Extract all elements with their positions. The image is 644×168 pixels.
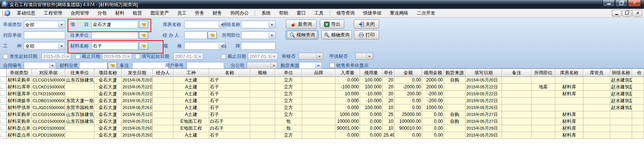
menu-item[interactable]: 财务 [208,9,226,18]
project-picker-button[interactable] [139,21,148,28]
grid-cell[interactable] [502,132,532,139]
grid-cell[interactable] [583,91,610,98]
grid-cell[interactable]: 0.00 [395,104,422,111]
grid-cell[interactable] [250,118,275,125]
grid-cell[interactable] [532,77,555,84]
grid-cell[interactable]: 2015年05月29日 [466,132,502,139]
grid-cell[interactable]: 自购 [444,77,466,84]
column-header[interactable]: 经办人 [153,69,173,77]
grid-cell[interactable] [632,98,644,104]
grid-cell[interactable]: 金石大厦 [94,118,122,125]
grid-cell[interactable]: 2000.00 [422,77,444,84]
occur-end-checkbox[interactable] [75,54,80,59]
grid-cell[interactable] [532,118,555,125]
column-header[interactable]: 库房名称 [555,69,583,77]
grid-cell[interactable]: 白石子 [209,125,250,132]
menu-item[interactable]: 工具 [310,9,328,18]
grid-cell[interactable] [632,111,644,118]
grid-cell[interactable]: E地面工程 [173,125,209,132]
grid-cell[interactable] [302,77,335,84]
grid-cell[interactable]: A土建 [173,111,209,118]
grid-cell[interactable]: 2015年05月26日 [122,104,153,111]
export-button[interactable]: 导出 [320,20,344,29]
grid-cell[interactable] [502,111,532,118]
fill-start-checkbox[interactable] [135,54,140,59]
grid-cell[interactable]: 材料库 [555,84,583,91]
menu-item[interactable]: 协同办公 [226,9,253,18]
grid-cell[interactable]: CLJGD150000001 [32,104,65,111]
grid-cell[interactable]: 2015年05月29日 [122,132,153,139]
occur-end-date-select[interactable]: 2015-05-29 [102,53,132,60]
fill-end-checkbox[interactable] [221,54,226,59]
grid-cell[interactable]: 2015年05月29日 [466,125,502,132]
grid-cell[interactable]: 东营市国税局 [65,104,94,111]
grid-cell[interactable]: 山东百脉建筑工程 [65,118,94,125]
mdi-minimize-button[interactable] [612,10,621,16]
grid-cell[interactable]: -200.00 [422,98,444,104]
grid-cell[interactable]: 石子 [209,104,250,111]
grid-cell[interactable]: 20 [383,91,395,98]
grid-cell[interactable]: CLPDD150000001 [32,125,65,132]
grid-cell[interactable]: 25.49 [383,132,395,139]
grid-cell[interactable] [583,84,610,91]
row-selector[interactable] [0,77,7,84]
grid-cell[interactable]: 10 [383,118,395,125]
grid-cell[interactable]: 赵水建筑队 [610,98,632,104]
fill-end-date-select[interactable]: 2007-01-31 [248,53,278,60]
column-header[interactable]: 单据类型 [7,69,32,77]
column-header[interactable]: 入库量 [335,69,360,77]
grid-cell[interactable] [532,111,555,118]
grid-cell[interactable]: 0.000 [360,118,383,125]
grid-cell[interactable] [250,91,275,98]
grid-cell[interactable]: 材料采购单 [7,77,32,84]
grid-cell[interactable]: 立方 [275,91,302,98]
grid-cell[interactable] [583,118,610,125]
grid-cell[interactable]: 石子 [209,84,250,91]
menu-item[interactable]: 材料 [111,9,129,18]
column-header[interactable]: 单位 [275,69,302,77]
grid-cell[interactable] [444,104,466,111]
grid-cell[interactable]: 自购 [444,118,466,125]
grid-cell[interactable]: 材料库 [555,118,583,125]
grid-cell[interactable]: 0.00 [395,98,422,104]
grid-cell[interactable]: -200.00 [422,91,444,98]
grid-cell[interactable]: 立方 [275,84,302,91]
contract-no-select[interactable] [24,62,56,69]
grid-cell[interactable] [153,111,173,118]
grid-cell[interactable]: 立方 [275,77,302,84]
menu-item[interactable]: 系统 [257,9,275,18]
grid-cell[interactable]: 石子 [209,98,250,104]
grid-cell[interactable] [250,111,275,118]
fill-start-date-select[interactable]: 2007-01-31 [173,53,203,60]
grid-cell[interactable] [632,132,644,139]
grid-selector-header[interactable] [0,69,7,77]
grid-cell[interactable]: 100.000 [360,77,383,84]
grid-cell[interactable]: 10.000 [335,91,360,98]
row-selector[interactable] [0,104,7,111]
grid-cell[interactable]: A土建 [173,132,209,139]
grid-cell[interactable] [250,125,275,132]
exact-query-button[interactable]: 精确查询 [321,30,352,39]
column-header[interactable]: 领用金额 [422,69,444,77]
menu-item[interactable]: 分包 [93,9,111,18]
grid-cell[interactable]: 2015年05月22日 [466,84,502,91]
grid-cell[interactable]: 0.000 [335,98,360,104]
grid-cell[interactable]: CLPDD150000001 [32,132,65,139]
handler-picker-button[interactable] [208,31,217,39]
grid-cell[interactable]: 材料采购单 [7,111,32,118]
column-header[interactable]: 品牌 [302,69,335,77]
spec-select[interactable] [184,42,226,50]
grid-cell[interactable]: 2015年05月22日 [122,84,153,91]
grid-cell[interactable]: 材料库 [555,91,583,98]
grid-cell[interactable]: 0.00 [422,132,444,139]
handler-input[interactable] [184,31,207,39]
grid-cell[interactable]: A土建 [173,104,209,111]
close-view-button[interactable]: 关闭 [354,20,379,29]
project-input[interactable] [91,21,138,28]
grid-cell[interactable]: A土建 [173,84,209,91]
grid-cell[interactable] [632,84,644,91]
grid-cell[interactable]: 材料采购单 [7,118,32,125]
grid-cell[interactable] [632,77,644,84]
grid-cell[interactable]: 900010.00 [395,125,422,132]
menu-item[interactable]: 劳务 [191,9,208,18]
